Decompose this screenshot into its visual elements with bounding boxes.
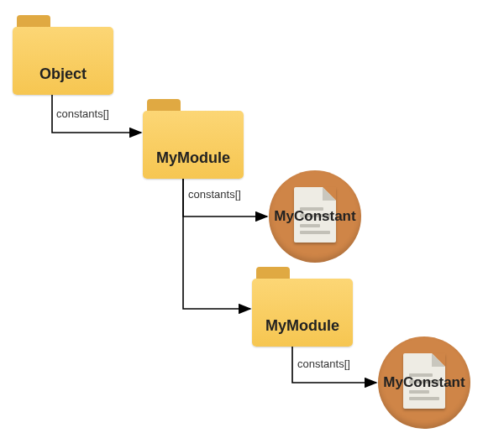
node-label: Object [13, 65, 113, 83]
folder-icon: Object [13, 15, 113, 95]
node-mymodule-2: MyModule [252, 267, 353, 347]
node-mymodule-1: MyModule [143, 99, 244, 179]
edge-label-constants-2: constants[] [188, 188, 241, 201]
document-icon: MyConstant [378, 336, 470, 429]
node-label: MyConstant [274, 208, 355, 225]
edge-label-constants-1: constants[] [56, 107, 109, 120]
node-label: MyModule [252, 317, 353, 335]
node-label: MyModule [143, 149, 244, 167]
node-label: MyConstant [383, 374, 465, 391]
edge-label-constants-3: constants[] [297, 357, 350, 370]
node-object: Object [13, 15, 113, 95]
node-myconstant-1: MyConstant [269, 170, 361, 263]
folder-icon: MyModule [252, 267, 353, 347]
folder-icon: MyModule [143, 99, 244, 179]
node-myconstant-2: MyConstant [378, 336, 470, 429]
document-icon: MyConstant [269, 170, 361, 263]
